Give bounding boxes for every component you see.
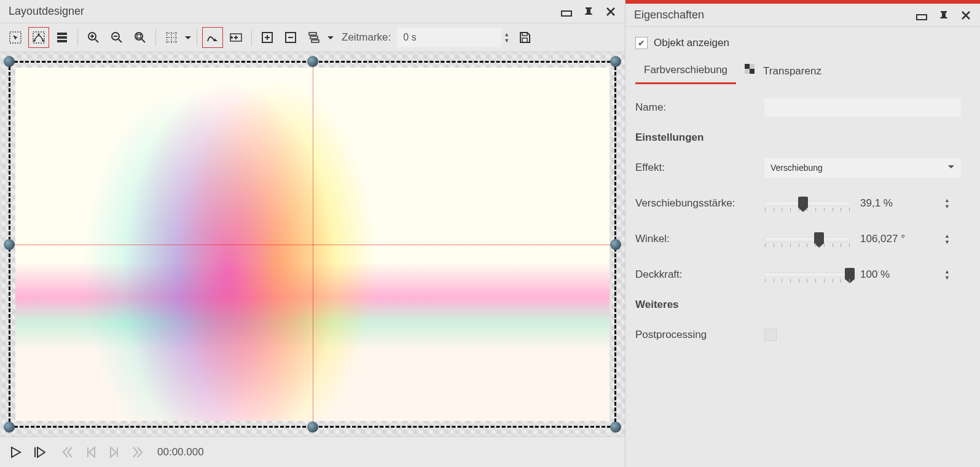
- resize-handle-ml[interactable]: [4, 239, 15, 250]
- resize-handle-br[interactable]: [610, 422, 621, 433]
- transparency-icon: [745, 64, 758, 78]
- svg-rect-23: [745, 64, 750, 69]
- angle-thumb[interactable]: [814, 232, 824, 243]
- canvas-image: [15, 68, 610, 421]
- grid-dropdown-icon[interactable]: [184, 31, 192, 44]
- opacity-value: 100 %: [860, 269, 890, 281]
- canvas[interactable]: [0, 52, 625, 436]
- left-panel-titlebar: Layoutdesigner: [0, 0, 625, 23]
- strength-thumb[interactable]: [798, 197, 808, 208]
- svg-point-14: [230, 36, 233, 39]
- props-maximize-icon[interactable]: [916, 10, 927, 21]
- toolbar: Zeitmarke: ▲▼: [0, 23, 625, 52]
- postprocessing-checkbox[interactable]: [764, 329, 777, 341]
- angle-value: 106,027 °: [860, 233, 905, 245]
- more-header: Weiteres: [635, 294, 970, 316]
- zoom-in-icon[interactable]: [83, 27, 104, 48]
- name-label: Name:: [635, 101, 764, 114]
- svg-rect-8: [57, 40, 67, 42]
- strength-spinner[interactable]: ▲▼: [944, 194, 950, 213]
- playbar: 00:00.000: [0, 436, 625, 467]
- svg-rect-17: [309, 33, 316, 35]
- selection-box[interactable]: [9, 61, 616, 428]
- svg-rect-21: [522, 38, 527, 42]
- resize-handle-bl[interactable]: [4, 422, 15, 433]
- svg-rect-7: [57, 36, 67, 39]
- left-panel-title: Layoutdesigner: [9, 5, 84, 18]
- svg-point-5: [37, 33, 40, 36]
- props-close-icon[interactable]: [960, 10, 971, 21]
- prev-frame-button[interactable]: [81, 442, 101, 462]
- effect-label: Effekt:: [635, 162, 764, 174]
- zoom-out-icon[interactable]: [106, 27, 127, 48]
- minus-icon[interactable]: [280, 27, 301, 48]
- svg-rect-22: [917, 15, 927, 20]
- add-keyframe-icon[interactable]: [225, 27, 246, 48]
- strength-label: Verschiebungsstärke:: [635, 197, 764, 210]
- next-frame-button[interactable]: [104, 442, 124, 462]
- opacity-spinner[interactable]: ▲▼: [944, 265, 950, 285]
- opacity-slider[interactable]: [764, 272, 850, 277]
- tab-transparency[interactable]: Transparenz: [736, 58, 830, 84]
- path-tool-icon[interactable]: [202, 27, 223, 48]
- svg-rect-6: [57, 33, 67, 35]
- svg-rect-20: [522, 33, 527, 36]
- plus-icon[interactable]: [257, 27, 278, 48]
- play-from-button[interactable]: [29, 442, 49, 462]
- cursor-tool-icon[interactable]: [5, 27, 26, 48]
- timemark-label: Zeitmarke:: [342, 31, 391, 44]
- opacity-label: Deckkraft:: [635, 269, 764, 281]
- tab-colorshift[interactable]: Farbverschiebung: [635, 58, 736, 84]
- resize-handle-mr[interactable]: [610, 239, 621, 250]
- layers-dropdown-icon[interactable]: [327, 31, 334, 44]
- panel-pin-icon[interactable]: [583, 6, 594, 17]
- props-pin-icon[interactable]: [938, 10, 949, 21]
- svg-rect-18: [310, 36, 318, 39]
- grid-icon[interactable]: [161, 27, 182, 48]
- svg-rect-25: [750, 64, 755, 69]
- svg-point-4: [42, 39, 44, 42]
- effect-value: Verschiebung: [770, 163, 823, 173]
- right-panel-titlebar: Eigenschaften: [625, 4, 980, 27]
- strength-value: 39,1 %: [860, 197, 893, 210]
- curve-tool-icon[interactable]: [28, 27, 49, 48]
- to-end-button[interactable]: [128, 442, 147, 462]
- layers-icon[interactable]: [304, 27, 324, 48]
- align-tool-icon[interactable]: [52, 27, 73, 48]
- timecode: 00:00.000: [157, 446, 204, 458]
- settings-header: Einstellungen: [635, 127, 970, 149]
- strength-slider[interactable]: [764, 201, 850, 206]
- svg-rect-24: [750, 69, 755, 74]
- resize-handle-tr[interactable]: [610, 56, 621, 67]
- resize-handle-tc[interactable]: [307, 56, 318, 67]
- svg-rect-0: [562, 11, 571, 16]
- svg-point-11: [135, 33, 143, 40]
- postprocessing-label: Postprocessing: [635, 329, 764, 341]
- play-button[interactable]: [6, 442, 26, 462]
- panel-close-icon[interactable]: [605, 6, 616, 17]
- svg-rect-12: [137, 34, 141, 38]
- show-object-label: Objekt anzeigen: [654, 37, 729, 49]
- name-field[interactable]: [764, 98, 961, 117]
- zoom-fit-icon[interactable]: [130, 27, 151, 48]
- angle-label: Winkel:: [635, 233, 764, 245]
- panel-maximize-icon[interactable]: [561, 6, 572, 17]
- right-panel-title: Eigenschaften: [634, 9, 704, 22]
- resize-handle-bc[interactable]: [307, 422, 318, 433]
- timemark-spinner[interactable]: ▲▼: [504, 28, 509, 47]
- timemark-input[interactable]: [397, 28, 501, 47]
- effect-dropdown[interactable]: Verschiebung: [764, 158, 961, 178]
- save-icon[interactable]: [514, 27, 535, 48]
- chevron-down-icon: [947, 163, 955, 173]
- svg-rect-19: [312, 40, 319, 42]
- angle-slider[interactable]: [764, 237, 850, 241]
- opacity-thumb[interactable]: [845, 268, 855, 279]
- to-start-button[interactable]: [58, 442, 77, 462]
- show-object-checkbox[interactable]: ✔: [635, 37, 648, 49]
- svg-rect-26: [745, 69, 750, 74]
- svg-point-3: [33, 39, 36, 42]
- resize-handle-tl[interactable]: [4, 56, 15, 67]
- angle-spinner[interactable]: ▲▼: [944, 229, 950, 249]
